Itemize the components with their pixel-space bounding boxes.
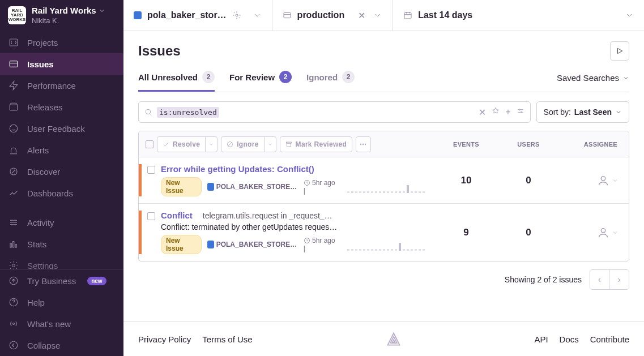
chevron-down-icon (373, 11, 382, 20)
clear-search[interactable]: ✕ (479, 107, 486, 118)
sidebar-item-discover[interactable]: Discover (0, 161, 123, 182)
project-platform-icon (134, 11, 142, 19)
events-count[interactable]: 10 (435, 175, 497, 186)
sliders-icon[interactable] (517, 107, 524, 115)
resolve-button[interactable]: Resolve (157, 136, 206, 152)
sidebar-item-projects[interactable]: Projects (0, 32, 123, 53)
ban-icon (227, 141, 233, 148)
primary-nav: Projects Issues Performance Releases Use… (0, 32, 123, 269)
issue-title[interactable]: Conflict (161, 211, 193, 220)
svg-line-31 (150, 113, 151, 115)
resolve-dropdown[interactable] (205, 136, 217, 152)
ignore-dropdown[interactable] (264, 136, 276, 152)
svg-marker-3 (10, 82, 18, 90)
pin-icon[interactable] (492, 107, 500, 115)
prev-page[interactable]: ‹ (590, 270, 609, 289)
row-checkbox[interactable] (147, 166, 155, 174)
chevron-down-icon (612, 229, 619, 236)
org-name: Rail Yard Works (32, 6, 96, 15)
environment-name: production (297, 10, 345, 20)
tab-ignored[interactable]: Ignored 2 (306, 71, 355, 92)
search-input[interactable]: is:unresolved ✕ + (138, 101, 531, 123)
tab-count: 2 (279, 71, 292, 83)
footer-terms[interactable]: Terms of Use (202, 334, 252, 344)
svg-rect-25 (404, 12, 411, 19)
tab-label: All Unresolved (138, 72, 198, 82)
sidebar-item-alerts[interactable]: Alerts (0, 139, 123, 161)
gear-icon[interactable] (232, 11, 241, 20)
svg-point-22 (236, 14, 238, 16)
time-range-label: Last 14 days (418, 10, 472, 20)
sidebar-item-label: Activity (27, 218, 54, 228)
sidebar-footer: Try Business new Help What's new Collaps… (0, 269, 123, 356)
collapse-icon (8, 340, 19, 351)
org-switcher[interactable]: RAIL YARD WORKS Rail Yard Works Nikita K… (0, 0, 123, 32)
issue-row: Error while getting Updates: Conflict() … (139, 157, 629, 204)
assignee-icon (597, 226, 609, 239)
footer-contribute[interactable]: Contribute (590, 334, 629, 344)
assignee-icon (597, 174, 609, 187)
assignee-selector[interactable] (560, 226, 622, 239)
issues-icon (8, 58, 19, 70)
package-icon (8, 101, 19, 113)
sidebar-item-settings[interactable]: Settings (0, 255, 123, 269)
svg-point-21 (10, 341, 18, 349)
sort-selector[interactable]: Sort by: Last Seen (536, 101, 629, 123)
saved-searches-dropdown[interactable]: Saved Searches (557, 73, 629, 89)
svg-rect-13 (13, 242, 14, 248)
project-chip[interactable]: POLA_BAKER_STORE_BO… (207, 241, 298, 248)
play-button[interactable] (610, 41, 629, 61)
sidebar-item-label: Issues (27, 59, 54, 69)
svg-rect-23 (284, 12, 291, 18)
saved-searches-label: Saved Searches (557, 73, 619, 83)
project-selector[interactable]: pola_baker_stor… (123, 0, 272, 31)
footer-api[interactable]: API (534, 334, 548, 344)
chevron-down-icon (267, 141, 273, 147)
next-page[interactable]: › (609, 270, 629, 289)
sidebar-item-help[interactable]: Help (0, 291, 123, 313)
project-chip[interactable]: POLA_BAKER_STORE_BO… (207, 183, 298, 191)
sidebar-item-label: Collapse (27, 341, 60, 350)
select-all-checkbox[interactable] (146, 140, 153, 148)
project-platform-icon (207, 241, 214, 248)
sidebar-item-try-business[interactable]: Try Business new (0, 270, 123, 291)
time-range-selector[interactable]: Last 14 days (393, 0, 644, 31)
users-count[interactable]: 0 (497, 227, 560, 238)
environment-selector[interactable]: production ✕ (272, 0, 393, 31)
sidebar-item-stats[interactable]: Stats (0, 233, 123, 255)
sidebar-item-activity[interactable]: Activity (0, 212, 123, 233)
broadcast-icon (8, 318, 19, 329)
pagination: ‹ › (590, 269, 629, 290)
chevron-down-icon (625, 11, 634, 20)
sidebar-item-user-feedback[interactable]: User Feedback (0, 118, 123, 139)
svg-point-43 (601, 228, 605, 232)
sidebar-item-whats-new[interactable]: What's new (0, 313, 123, 334)
more-actions-button[interactable]: ⋯ (356, 136, 370, 152)
sidebar-item-collapse[interactable]: Collapse (0, 334, 123, 356)
footer-docs[interactable]: Docs (560, 334, 579, 344)
mark-reviewed-button[interactable]: Mark Reviewed (280, 136, 353, 152)
col-users: USERS (497, 141, 560, 148)
svg-point-30 (146, 109, 150, 114)
users-count[interactable]: 0 (497, 175, 560, 186)
ignore-button[interactable]: Ignore (221, 136, 264, 152)
row-checkbox[interactable] (147, 212, 155, 220)
events-count[interactable]: 9 (435, 227, 497, 238)
sidebar-item-issues[interactable]: Issues (0, 53, 123, 75)
assignee-selector[interactable] (560, 174, 622, 187)
clear-environment[interactable]: ✕ (356, 10, 368, 21)
tab-for-review[interactable]: For Review 2 (229, 71, 292, 92)
sidebar-item-label: Performance (27, 81, 76, 91)
add-search[interactable]: + (505, 107, 510, 118)
issue-title[interactable]: Error while getting Updates: Conflict() (161, 164, 314, 174)
sidebar-item-releases[interactable]: Releases (0, 96, 123, 118)
issue-culprit: telegram.utils.request in _request_… (203, 211, 332, 220)
graph-icon (8, 187, 19, 199)
sidebar-item-dashboards[interactable]: Dashboards (0, 182, 123, 204)
footer-privacy[interactable]: Privacy Policy (138, 334, 191, 344)
svg-rect-14 (15, 245, 16, 247)
sidebar-item-label: Settings (27, 261, 58, 270)
sidebar-item-performance[interactable]: Performance (0, 75, 123, 96)
issue-badge: New Issue (161, 235, 202, 254)
tab-all-unresolved[interactable]: All Unresolved 2 (138, 71, 215, 92)
